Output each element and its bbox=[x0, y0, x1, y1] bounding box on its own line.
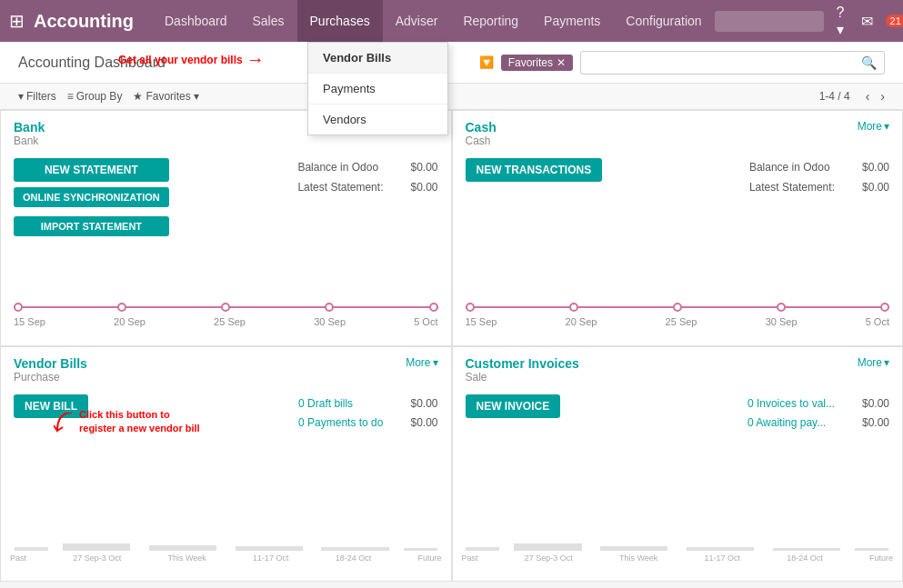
bar bbox=[15, 547, 48, 551]
bar-label: 11-17 Oct bbox=[253, 553, 289, 563]
timeline-dot bbox=[117, 303, 126, 312]
nav-payments[interactable]: Payments bbox=[531, 0, 613, 42]
new-invoice-button[interactable]: NEW INVOICE bbox=[466, 394, 561, 418]
cash-card-subtitle: Cash bbox=[466, 135, 497, 147]
nav-configuration[interactable]: Configuration bbox=[613, 0, 714, 42]
import-statement-button[interactable]: IMPORT STATEMENT bbox=[14, 216, 169, 236]
cash-balance-label: Balance in Odoo bbox=[749, 158, 830, 178]
timeline-dot bbox=[429, 303, 438, 312]
bar bbox=[236, 546, 303, 551]
customer-invoices-more-button[interactable]: More ▾ bbox=[858, 356, 889, 369]
dropdown-vendors[interactable]: Vendors bbox=[308, 105, 447, 135]
bar-label: Future bbox=[417, 553, 441, 563]
timeline-label: 25 Sep bbox=[666, 316, 697, 327]
favorites-filter-tag: Favorites ✕ bbox=[501, 55, 573, 71]
filter-funnel-icon: 🔽 bbox=[479, 55, 494, 69]
bank-body: NEW STATEMENT ONLINE SYNCHRONIZATION IMP… bbox=[1, 151, 451, 247]
grid-icon[interactable]: ⊞ bbox=[9, 10, 25, 32]
filter-bar: ▾ Filters ≡ Group By ★ Favorites ▾ 1-4 /… bbox=[0, 84, 903, 110]
bar-group bbox=[592, 546, 677, 551]
online-sync-button[interactable]: ONLINE SYNCHRONIZATION bbox=[14, 187, 169, 207]
nav-dashboard[interactable]: Dashboard bbox=[152, 0, 240, 42]
bar-label: This Week bbox=[619, 553, 657, 563]
nav-reporting[interactable]: Reporting bbox=[450, 0, 531, 42]
search-button[interactable]: 🔍 bbox=[854, 52, 884, 74]
timeline-dot bbox=[673, 303, 682, 312]
timeline-label: 20 Sep bbox=[566, 316, 597, 327]
help-icon[interactable]: ?▾ bbox=[833, 1, 848, 42]
draft-bills-label: 0 Draft bills bbox=[298, 394, 353, 414]
groupby-button[interactable]: ≡ Group By bbox=[67, 90, 123, 103]
invoices-to-validate-label: 0 Invoices to val... bbox=[747, 394, 835, 414]
favorites-button[interactable]: ★ Favorites ▾ bbox=[133, 90, 198, 103]
new-statement-button[interactable]: NEW STATEMENT bbox=[14, 158, 169, 182]
timeline-dot bbox=[880, 303, 889, 312]
bar-group bbox=[226, 546, 311, 551]
bar-chart-bars bbox=[10, 519, 442, 551]
notification-badge[interactable]: 21 bbox=[886, 15, 903, 27]
cash-card-title: Cash bbox=[466, 120, 497, 135]
timeline-dot bbox=[221, 303, 230, 312]
vendor-bar-labels: Past 27 Sep-3 Oct This Week 11-17 Oct 18… bbox=[10, 553, 442, 563]
timeline-label: 15 Sep bbox=[466, 316, 497, 327]
vendor-annotation: Click this button toregister a new vendo… bbox=[79, 407, 200, 434]
bar bbox=[466, 547, 499, 551]
vendor-bills-stats: 0 Draft bills $0.00 0 Payments to do $0.… bbox=[298, 394, 437, 434]
dropdown-payments[interactable]: Payments bbox=[308, 74, 447, 105]
bar bbox=[63, 543, 130, 551]
chevron-down-icon: ▾ bbox=[194, 90, 199, 103]
chevron-down-icon: ▾ bbox=[884, 356, 889, 369]
pagination-info: 1-4 / 4 bbox=[819, 90, 850, 103]
dropdown-vendor-bills[interactable]: Vendor Bills bbox=[308, 43, 447, 74]
bar-group bbox=[678, 547, 763, 551]
nav-search-input[interactable] bbox=[715, 11, 824, 32]
cash-timeline: 15 Sep 20 Sep 25 Sep 30 Sep 5 Oct bbox=[466, 302, 890, 327]
timeline-label: 25 Sep bbox=[214, 316, 246, 327]
bank-card-title: Bank bbox=[14, 120, 45, 135]
brand-label: Accounting bbox=[34, 11, 134, 32]
nav-sales[interactable]: Sales bbox=[240, 0, 297, 42]
bar-group bbox=[462, 547, 504, 551]
new-bill-button[interactable]: NEW BILL bbox=[14, 394, 88, 418]
vendor-bills-more-button[interactable]: More ▾ bbox=[406, 356, 437, 369]
nav-adviser[interactable]: Adviser bbox=[383, 0, 451, 42]
customer-invoices-stats: 0 Invoices to val... $0.00 0 Awaiting pa… bbox=[747, 394, 889, 434]
invoice-bar-chart: Past 27 Sep-3 Oct This Week 11-17 Oct 18… bbox=[453, 519, 903, 563]
bar-group bbox=[140, 545, 225, 551]
invoices-to-validate-value: $0.00 bbox=[862, 394, 889, 414]
bar-group bbox=[313, 547, 397, 551]
vendor-bills-subtitle: Purchase bbox=[14, 371, 87, 384]
payments-todo-value: $0.00 bbox=[410, 414, 437, 434]
page-header: Accounting Dashboard 🔽 Favorites ✕ 🔍 bbox=[0, 42, 903, 84]
timeline-dot bbox=[569, 303, 578, 312]
next-page-button[interactable]: › bbox=[880, 89, 885, 104]
bar-label: 18-24 Oct bbox=[336, 553, 372, 563]
cash-balance: Balance in Odoo $0.00 Latest Statement: … bbox=[749, 158, 889, 197]
timeline-label: 20 Sep bbox=[114, 316, 145, 327]
filter-close-icon[interactable]: ✕ bbox=[557, 56, 566, 69]
chevron-down-icon: ▾ bbox=[884, 120, 889, 133]
awaiting-pay-value: $0.00 bbox=[862, 414, 889, 434]
bar bbox=[404, 548, 437, 551]
vendor-bar-chart: Past 27 Sep-3 Oct This Week 11-17 Oct 18… bbox=[1, 519, 451, 563]
customer-invoices-subtitle: Sale bbox=[466, 371, 579, 384]
cash-more-button[interactable]: More ▾ bbox=[858, 120, 889, 133]
vendor-bills-title: Vendor Bills bbox=[14, 356, 87, 371]
filters-button[interactable]: ▾ Filters bbox=[18, 90, 56, 103]
bar-label: Past bbox=[462, 553, 478, 563]
cash-buttons: NEW TRANSACTIONS bbox=[466, 158, 603, 182]
prev-page-button[interactable]: ‹ bbox=[866, 89, 870, 104]
nav-purchases[interactable]: Purchases bbox=[297, 0, 383, 42]
timeline-label: 5 Oct bbox=[414, 316, 437, 327]
mail-icon[interactable]: ✉ bbox=[858, 9, 877, 34]
filter-area: 🔽 Favorites ✕ 🔍 bbox=[479, 51, 885, 75]
search-input[interactable] bbox=[581, 53, 854, 72]
latest-value: $0.00 bbox=[410, 178, 437, 198]
timeline-label: 5 Oct bbox=[866, 316, 889, 327]
bar-label: This Week bbox=[167, 553, 206, 563]
list-icon: ≡ bbox=[67, 90, 74, 103]
new-transactions-button[interactable]: NEW TRANSACTIONS bbox=[466, 158, 603, 182]
bar-group bbox=[765, 548, 849, 551]
customer-invoices-body: NEW INVOICE 0 Invoices to val... $0.00 0… bbox=[453, 387, 903, 441]
bank-card-subtitle: Bank bbox=[14, 135, 45, 147]
